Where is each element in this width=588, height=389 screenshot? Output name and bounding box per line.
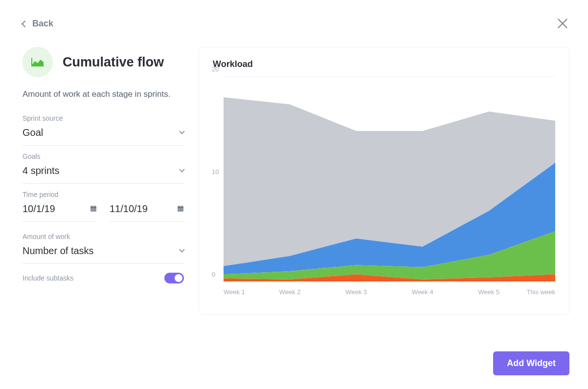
svg-rect-3 xyxy=(95,206,96,207)
close-button[interactable] xyxy=(556,17,569,30)
sprint-source-select[interactable]: Goal xyxy=(23,127,184,146)
chart-x-tick: Week 3 xyxy=(323,288,389,296)
add-widget-button[interactable]: Add Widget xyxy=(493,351,569,375)
chart-y-tick: 0 xyxy=(212,271,215,278)
start-date-input[interactable]: 10/1/19 xyxy=(23,203,97,222)
chart-card: Workload 01020 Week 1Week 2Week 3Week 4W… xyxy=(199,47,569,315)
chevron-down-icon xyxy=(179,167,184,172)
back-button[interactable]: Back xyxy=(23,19,53,29)
chart-y-tick: 10 xyxy=(212,168,219,175)
chart-x-tick: Week 1 xyxy=(224,288,257,296)
svg-rect-7 xyxy=(182,206,183,207)
time-period-label: Time period xyxy=(23,191,184,198)
end-date-input[interactable]: 11/10/19 xyxy=(110,203,184,222)
page-title: Cumulative flow xyxy=(63,55,164,70)
svg-rect-1 xyxy=(90,207,96,208)
cumulative-flow-icon xyxy=(23,47,53,77)
amount-select[interactable]: Number of tasks xyxy=(23,245,184,264)
svg-rect-6 xyxy=(179,206,180,207)
sprint-source-value: Goal xyxy=(23,127,43,138)
amount-label: Amount of work xyxy=(23,233,184,240)
amount-value: Number of tasks xyxy=(23,245,94,257)
include-subtasks-label: Include subtasks xyxy=(23,274,73,282)
goals-value: 4 sprints xyxy=(23,165,60,176)
chart-x-tick: Week 4 xyxy=(389,288,456,296)
add-widget-label: Add Widget xyxy=(507,358,556,368)
svg-rect-5 xyxy=(178,207,183,208)
chart-x-tick: This week xyxy=(522,288,555,296)
settings-panel: Cumulative flow Amount of work at each s… xyxy=(23,47,184,315)
include-subtasks-toggle[interactable] xyxy=(164,273,184,283)
end-date-value: 11/10/19 xyxy=(110,203,148,215)
chart-y-tick: 20 xyxy=(212,65,219,73)
svg-rect-2 xyxy=(91,206,92,207)
chevron-down-icon xyxy=(179,129,184,134)
sprint-source-label: Sprint source xyxy=(23,114,184,122)
back-label: Back xyxy=(32,19,53,29)
chevron-down-icon xyxy=(179,247,184,252)
chart-x-tick: Week 2 xyxy=(257,288,323,296)
goals-select[interactable]: 4 sprints xyxy=(23,165,184,184)
page-subtitle: Amount of work at each stage in sprints. xyxy=(23,88,184,101)
chevron-left-icon xyxy=(22,21,28,27)
calendar-icon xyxy=(177,205,184,212)
chart-x-tick: Week 5 xyxy=(456,288,522,296)
calendar-icon xyxy=(90,205,97,212)
chart-title: Workload xyxy=(213,59,555,69)
chart-plot-area: 01020 xyxy=(224,76,555,281)
start-date-value: 10/1/19 xyxy=(23,203,55,215)
chart-x-axis: Week 1Week 2Week 3Week 4Week 5This week xyxy=(224,288,555,296)
goals-label: Goals xyxy=(23,152,184,160)
